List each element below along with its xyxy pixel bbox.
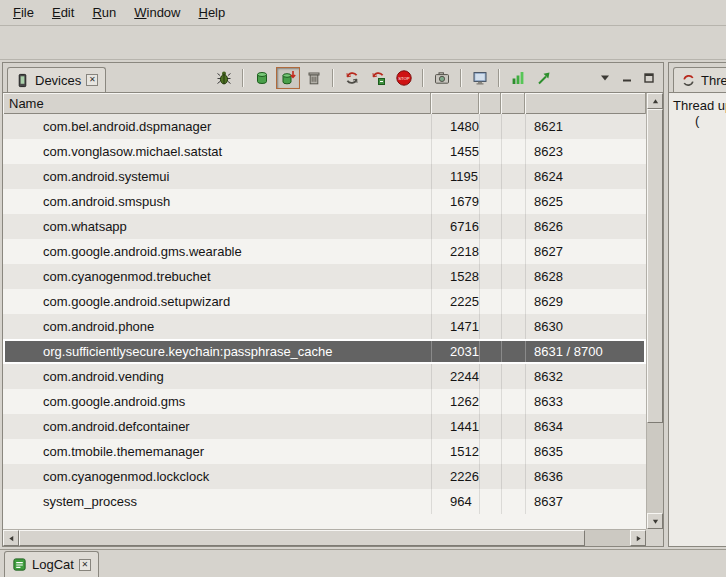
- process-port: 8634: [525, 414, 646, 439]
- cell-empty: [479, 464, 501, 489]
- table-row[interactable]: com.bel.android.dspmanager14808621: [3, 114, 646, 139]
- cell-empty: [501, 289, 525, 314]
- device-icon: [15, 73, 30, 88]
- column-header-4[interactable]: [501, 93, 525, 114]
- process-port: 8627: [525, 239, 646, 264]
- process-name: com.cyanogenmod.lockclock: [3, 464, 431, 489]
- devices-tabbar: Devices ✕: [3, 63, 663, 92]
- column-header-pid[interactable]: [431, 93, 479, 114]
- table-body: com.bel.android.dspmanager14808621 com.v…: [3, 114, 646, 546]
- table-row[interactable]: com.cyanogenmod.trebuchet15288628: [3, 264, 646, 289]
- process-port: 8625: [525, 189, 646, 214]
- process-pid: 14553: [431, 139, 479, 164]
- table-row[interactable]: com.android.systemui11958624: [3, 164, 646, 189]
- scroll-up-icon[interactable]: [647, 93, 663, 109]
- update-threads-icon[interactable]: [340, 67, 364, 89]
- table-row[interactable]: com.android.defcontainer144118634: [3, 414, 646, 439]
- menu-edit[interactable]: Edit: [43, 2, 83, 23]
- screen-icon[interactable]: [468, 67, 492, 89]
- minimize-icon[interactable]: [618, 69, 636, 87]
- cell-empty: [479, 364, 501, 389]
- tab-threads-label: Threa: [701, 73, 726, 88]
- table-row[interactable]: com.google.android.setupwizard222508629: [3, 289, 646, 314]
- cell-empty: [501, 389, 525, 414]
- menu-help[interactable]: Help: [189, 2, 234, 23]
- menu-run[interactable]: Run: [83, 2, 125, 23]
- horizontal-scroll-thumb[interactable]: [19, 530, 585, 546]
- cell-empty: [501, 489, 525, 514]
- process-pid: 1528: [431, 264, 479, 289]
- maximize-icon[interactable]: [640, 69, 658, 87]
- scroll-track[interactable]: [585, 530, 630, 546]
- vertical-scrollbar[interactable]: [646, 93, 663, 529]
- view-menu-icon[interactable]: [596, 69, 614, 87]
- process-port: 8630: [525, 314, 646, 339]
- cell-empty: [479, 264, 501, 289]
- column-header-name[interactable]: Name: [3, 93, 431, 114]
- tab-devices[interactable]: Devices ✕: [7, 67, 106, 92]
- process-port: 8623: [525, 139, 646, 164]
- table-row[interactable]: com.android.smspush16798625: [3, 189, 646, 214]
- cell-empty: [501, 314, 525, 339]
- cell-empty: [479, 389, 501, 414]
- cell-empty: [501, 114, 525, 139]
- toolbar-separator: [332, 69, 334, 87]
- process-pid: 22265: [431, 464, 479, 489]
- table-row[interactable]: com.vonglasow.michael.satstat145538623: [3, 139, 646, 164]
- process-pid: 22250: [431, 289, 479, 314]
- profiling-arrow-icon[interactable]: [532, 67, 556, 89]
- menu-file[interactable]: File: [4, 2, 43, 23]
- tab-devices-label: Devices: [35, 73, 81, 88]
- main-area: Devices ✕: [0, 60, 726, 549]
- process-table: Name com.bel.android.dspmanager14808621 …: [3, 92, 663, 546]
- profile-threads-icon[interactable]: [366, 67, 390, 89]
- cell-empty: [479, 139, 501, 164]
- table-row[interactable]: com.whatsapp67168626: [3, 214, 646, 239]
- table-row[interactable]: com.android.vending224408632: [3, 364, 646, 389]
- threads-message-line1: Thread up: [669, 98, 726, 113]
- scrollbar-corner: [646, 529, 663, 546]
- table-row[interactable]: system_process9648637: [3, 489, 646, 514]
- tab-threads[interactable]: Threa: [673, 67, 726, 92]
- menu-window[interactable]: Window: [125, 2, 189, 23]
- cell-empty: [479, 289, 501, 314]
- process-port: 8624: [525, 164, 646, 189]
- cell-empty: [479, 164, 501, 189]
- process-port: 8629: [525, 289, 646, 314]
- table-row[interactable]: com.cyanogenmod.lockclock222658636: [3, 464, 646, 489]
- trash-icon[interactable]: [302, 67, 326, 89]
- toolbar-separator: [460, 69, 462, 87]
- process-pid: 12623: [431, 389, 479, 414]
- stop-icon[interactable]: STOP: [392, 67, 416, 89]
- table-row[interactable]: com.android.phone14718630: [3, 314, 646, 339]
- table-row[interactable]: com.google.android.gms.wearable221858627: [3, 239, 646, 264]
- process-name: com.android.vending: [3, 364, 431, 389]
- table-row[interactable]: com.tmobile.thememanager15128635: [3, 439, 646, 464]
- scroll-left-icon[interactable]: [3, 530, 19, 546]
- vertical-scroll-thumb[interactable]: [647, 109, 663, 423]
- scroll-track[interactable]: [647, 423, 663, 513]
- heap-icon[interactable]: [250, 67, 274, 89]
- process-name: com.vonglasow.michael.satstat: [3, 139, 431, 164]
- process-name: com.bel.android.dspmanager: [3, 114, 431, 139]
- table-row[interactable]: com.google.android.gms126238633: [3, 389, 646, 414]
- scroll-right-icon[interactable]: [630, 530, 646, 546]
- table-row-selected[interactable]: org.sufficientlysecure.keychain:passphra…: [3, 339, 646, 364]
- threads-message-line2: (: [669, 113, 726, 128]
- close-icon[interactable]: ✕: [79, 559, 91, 571]
- cell-empty: [479, 314, 501, 339]
- column-header-port[interactable]: [525, 93, 646, 114]
- thread-bars-icon[interactable]: [506, 67, 530, 89]
- process-pid: 14411: [431, 414, 479, 439]
- column-header-3[interactable]: [479, 93, 501, 114]
- process-pid: 1679: [431, 189, 479, 214]
- process-name: com.android.systemui: [3, 164, 431, 189]
- tab-logcat[interactable]: LogCat ✕: [4, 551, 99, 577]
- heap-update-icon[interactable]: [276, 67, 300, 89]
- screenshot-camera-icon[interactable]: [430, 67, 454, 89]
- scroll-down-icon[interactable]: [647, 513, 663, 529]
- debug-bug-icon[interactable]: [212, 67, 236, 89]
- logcat-bar: LogCat ✕: [0, 549, 726, 577]
- horizontal-scrollbar[interactable]: [3, 529, 646, 546]
- close-icon[interactable]: ✕: [86, 74, 98, 86]
